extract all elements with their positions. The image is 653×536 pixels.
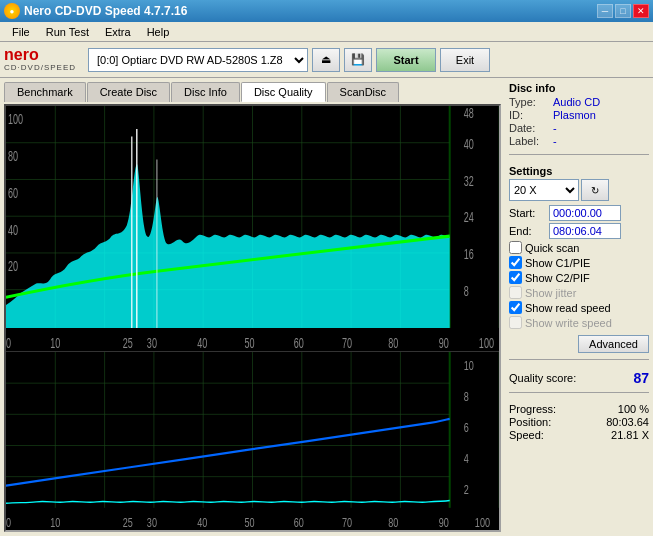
date-label: Date: (509, 122, 549, 134)
svg-text:24: 24 (464, 209, 474, 224)
svg-text:20: 20 (8, 258, 18, 273)
progress-row: Progress: 100 % (509, 403, 649, 415)
id-value: Plasmon (553, 109, 596, 121)
svg-text:60: 60 (8, 185, 18, 200)
menu-file[interactable]: File (4, 24, 38, 40)
show-write-checkbox[interactable] (509, 316, 522, 329)
show-write-label: Show write speed (525, 317, 612, 329)
title-bar-left: ● Nero CD-DVD Speed 4.7.7.16 (4, 3, 187, 19)
menu-extra[interactable]: Extra (97, 24, 139, 40)
tab-disc-quality[interactable]: Disc Quality (241, 82, 326, 102)
eject-button[interactable]: ⏏ (312, 48, 340, 72)
speed-row: 20 X ↻ (509, 179, 649, 201)
progress-label: Progress: (509, 403, 556, 415)
tab-scandisc[interactable]: ScanDisc (327, 82, 399, 102)
nero-logo: nero CD·DVD/SPEED (4, 47, 76, 72)
drive-select[interactable]: [0:0] Optiarc DVD RW AD-5280S 1.Z8 (88, 48, 308, 72)
show-jitter-row: Show jitter (509, 286, 649, 299)
menu-runtest[interactable]: Run Test (38, 24, 97, 40)
start-label: Start: (509, 207, 545, 219)
start-button[interactable]: Start (376, 48, 436, 72)
svg-text:25: 25 (123, 515, 133, 529)
exit-button[interactable]: Exit (440, 48, 490, 72)
disc-info-title: Disc info (509, 82, 649, 94)
tab-create-disc[interactable]: Create Disc (87, 82, 170, 102)
divider-3 (509, 392, 649, 393)
type-label: Type: (509, 96, 549, 108)
progress-value: 100 % (618, 403, 649, 415)
svg-text:90: 90 (439, 515, 449, 529)
svg-text:10: 10 (464, 358, 474, 372)
right-panel: Disc info Type: Audio CD ID: Plasmon Dat… (505, 78, 653, 536)
disc-type-row: Type: Audio CD (509, 96, 649, 108)
refresh-button[interactable]: ↻ (581, 179, 609, 201)
menu-help[interactable]: Help (139, 24, 178, 40)
svg-text:10: 10 (50, 515, 60, 529)
end-time-field: End: 080:06.04 (509, 223, 649, 239)
menu-bar: File Run Test Extra Help (0, 22, 653, 42)
show-read-label: Show read speed (525, 302, 611, 314)
disc-label-row: Label: - (509, 135, 649, 147)
label-label: Label: (509, 135, 549, 147)
svg-text:40: 40 (197, 515, 207, 529)
quality-score-label: Quality score: (509, 372, 576, 384)
svg-text:60: 60 (294, 515, 304, 529)
show-read-checkbox[interactable] (509, 301, 522, 314)
save-button[interactable]: 💾 (344, 48, 372, 72)
svg-text:8: 8 (464, 389, 469, 403)
show-c1pie-row: Show C1/PIE (509, 256, 649, 269)
app-icon: ● (4, 3, 20, 19)
divider-1 (509, 154, 649, 155)
svg-text:90: 90 (439, 335, 449, 350)
show-read-row: Show read speed (509, 301, 649, 314)
show-c1pie-checkbox[interactable] (509, 256, 522, 269)
minimize-button[interactable]: ─ (597, 4, 613, 18)
tabs: Benchmark Create Disc Disc Info Disc Qua… (4, 82, 501, 102)
show-jitter-checkbox[interactable] (509, 286, 522, 299)
svg-text:70: 70 (342, 335, 352, 350)
show-write-row: Show write speed (509, 316, 649, 329)
svg-text:70: 70 (342, 515, 352, 529)
progress-section: Progress: 100 % Position: 80:03.64 Speed… (509, 403, 649, 442)
quick-scan-checkbox[interactable] (509, 241, 522, 254)
show-c2pif-row: Show C2/PIF (509, 271, 649, 284)
title-buttons: ─ □ ✕ (597, 4, 649, 18)
close-button[interactable]: ✕ (633, 4, 649, 18)
svg-text:80: 80 (388, 335, 398, 350)
end-label: End: (509, 225, 545, 237)
svg-text:0: 0 (6, 515, 11, 529)
type-value: Audio CD (553, 96, 600, 108)
svg-text:40: 40 (464, 136, 474, 151)
id-label: ID: (509, 109, 549, 121)
svg-text:50: 50 (244, 335, 254, 350)
start-time-field: Start: 000:00.00 (509, 205, 649, 221)
tab-disc-info[interactable]: Disc Info (171, 82, 240, 102)
lower-chart: 10 8 6 4 2 0 10 25 30 40 50 60 70 80 9 (6, 352, 499, 530)
svg-text:2: 2 (464, 483, 469, 497)
svg-text:80: 80 (388, 515, 398, 529)
toolbar: nero CD·DVD/SPEED [0:0] Optiarc DVD RW A… (0, 42, 653, 78)
svg-text:30: 30 (147, 515, 157, 529)
show-c1pie-label: Show C1/PIE (525, 257, 590, 269)
svg-text:6: 6 (464, 420, 469, 434)
svg-text:40: 40 (8, 222, 18, 237)
upper-chart-svg: 48 40 32 24 16 8 0 10 25 30 40 50 60 70 (6, 106, 499, 351)
svg-text:100: 100 (475, 515, 490, 529)
tab-benchmark[interactable]: Benchmark (4, 82, 86, 102)
settings-section: Settings 20 X ↻ Start: 000:00.00 End: 08… (509, 165, 649, 353)
svg-text:100: 100 (8, 111, 23, 126)
show-c2pif-checkbox[interactable] (509, 271, 522, 284)
advanced-button[interactable]: Advanced (578, 335, 649, 353)
nero-logo-text: nero (4, 47, 39, 63)
speed-label: Speed: (509, 429, 544, 441)
speed-select[interactable]: 20 X (509, 179, 579, 201)
maximize-button[interactable]: □ (615, 4, 631, 18)
position-row: Position: 80:03.64 (509, 416, 649, 428)
position-label: Position: (509, 416, 551, 428)
end-value: 080:06.04 (549, 223, 621, 239)
speed-value: 21.81 X (611, 429, 649, 441)
main-content: Benchmark Create Disc Disc Info Disc Qua… (0, 78, 653, 536)
disc-id-row: ID: Plasmon (509, 109, 649, 121)
svg-text:16: 16 (464, 246, 474, 261)
position-value: 80:03.64 (606, 416, 649, 428)
